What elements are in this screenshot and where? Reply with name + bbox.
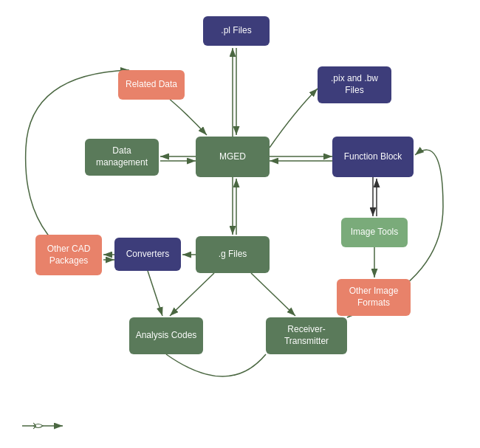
node-converters: Converters [114, 238, 181, 271]
diagram-container: .pl Files.pix and .bw FilesRelated DataM… [0, 0, 480, 448]
node-pix_bw_files: .pix and .bw Files [318, 66, 391, 103]
node-mged: MGED [196, 137, 270, 177]
node-analysis_codes: Analysis Codes [129, 317, 203, 354]
node-g_files: .g Files [196, 236, 270, 273]
node-image_tools: Image Tools [341, 218, 408, 247]
node-function_block: Function Block [332, 137, 414, 177]
node-other_image: Other Image Formats [337, 279, 411, 316]
node-pl_files: .pl Files [203, 16, 270, 46]
node-other_cad: Other CAD Packages [35, 235, 102, 275]
svg-line-14 [148, 271, 162, 316]
node-data_management: Data management [85, 139, 159, 176]
legend [22, 418, 74, 433]
arrows-svg [0, 0, 480, 448]
node-receiver_transmitter: Receiver- Transmitter [266, 317, 347, 354]
node-related_data: Related Data [118, 70, 185, 100]
